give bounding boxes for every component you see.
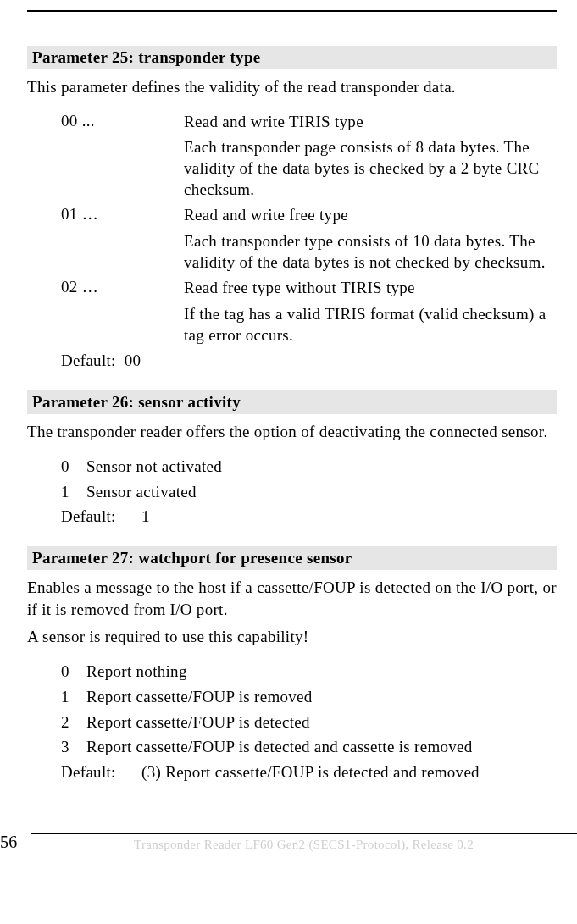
def-sub: Each transponder page consists of 8 data… — [184, 137, 557, 200]
footer-rule — [31, 833, 577, 834]
def-row: 02 … Read free type without TIRIS type — [61, 278, 557, 299]
value-code: 0 — [61, 661, 86, 683]
def-desc: Read and write TIRIS type — [184, 112, 557, 133]
default-label: Default: — [61, 507, 137, 526]
def-code: 01 … — [61, 205, 184, 224]
footer-text: Transponder Reader LF60 Gen2 (SECS1-Prot… — [31, 838, 577, 852]
value-label: Sensor not activated — [86, 456, 557, 478]
value-label: Report cassette/FOUP is detected and cas… — [86, 736, 557, 758]
param26-default: Default: 1 — [61, 507, 557, 526]
param25-header: Parameter 25: transponder type — [27, 46, 557, 69]
default-label-text: Default: — [61, 351, 116, 369]
param26-header: Parameter 26: sensor activity — [27, 390, 557, 414]
value-code: 0 — [61, 456, 86, 478]
param25-default: Default: 00 — [61, 351, 557, 370]
def-row: 01 … Read and write free type — [61, 205, 557, 226]
default-label: Default: — [61, 763, 137, 782]
def-desc: Read free type without TIRIS type — [184, 278, 557, 299]
def-sub: Each transponder type consists of 10 dat… — [184, 231, 557, 273]
value-code: 3 — [61, 736, 86, 758]
param26-intro: The transponder reader offers the option… — [27, 421, 557, 443]
default-value: (3) Report cassette/FOUP is detected and… — [141, 763, 480, 781]
value-code: 1 — [61, 481, 86, 503]
default-value-text: 00 — [125, 351, 141, 369]
def-desc: Read and write free type — [184, 205, 557, 226]
default-value: 1 — [141, 507, 150, 525]
def-sub: If the tag has a valid TIRIS format (val… — [184, 304, 557, 346]
page-number: 56 — [0, 833, 27, 852]
value-label: Report cassette/FOUP is detected — [86, 711, 557, 733]
value-code: 2 — [61, 711, 86, 733]
top-rule — [27, 10, 557, 12]
param27-header: Parameter 27: watchport for presence sen… — [27, 546, 557, 570]
value-row: 1 Sensor activated — [61, 481, 557, 503]
param27-values: 0 Report nothing 1 Report cassette/FOUP … — [61, 661, 557, 758]
value-row: 2 Report cassette/FOUP is detected — [61, 711, 557, 733]
value-row: 0 Sensor not activated — [61, 456, 557, 478]
value-code: 1 — [61, 686, 86, 708]
def-row: 00 ... Read and write TIRIS type — [61, 112, 557, 133]
param25-definitions: 00 ... Read and write TIRIS type Each tr… — [61, 112, 557, 370]
param27-intro1: Enables a message to the host if a casse… — [27, 577, 557, 620]
value-row: 0 Report nothing — [61, 661, 557, 683]
param26-values: 0 Sensor not activated 1 Sensor activate… — [61, 456, 557, 502]
value-label: Sensor activated — [86, 481, 557, 503]
param25-intro: This parameter defines the validity of t… — [27, 76, 557, 98]
def-code: 02 … — [61, 278, 184, 296]
param27-intro2: A sensor is required to use this capabil… — [27, 626, 557, 648]
document-page: Parameter 25: transponder type This para… — [0, 10, 577, 782]
value-label: Report cassette/FOUP is removed — [86, 686, 557, 708]
def-code: 00 ... — [61, 112, 184, 130]
value-row: 3 Report cassette/FOUP is detected and c… — [61, 736, 557, 758]
page-footer: 56 Transponder Reader LF60 Gen2 (SECS1-P… — [0, 833, 577, 855]
param27-default: Default: (3) Report cassette/FOUP is det… — [61, 763, 557, 782]
default-label: Default: 00 — [61, 351, 184, 370]
value-label: Report nothing — [86, 661, 557, 683]
value-row: 1 Report cassette/FOUP is removed — [61, 686, 557, 708]
footer-line-wrap: Transponder Reader LF60 Gen2 (SECS1-Prot… — [31, 833, 577, 852]
